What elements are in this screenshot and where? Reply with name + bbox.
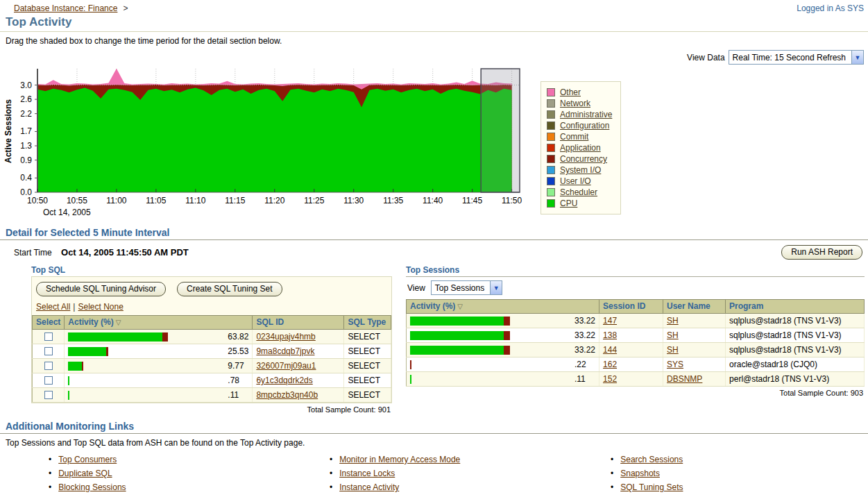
- activity-bar-wait-segment: [504, 317, 510, 326]
- active-sessions-chart[interactable]: 0.00.40.91.31.72.22.63.010:5010:5511:001…: [1, 66, 539, 220]
- sql-id-link[interactable]: 9ma8cdqb7jpvk: [256, 346, 314, 356]
- top-sql-row: 63.820234upajv4hmbSELECT: [33, 330, 391, 344]
- legend-item: Commit: [547, 132, 612, 142]
- sessions-view-row: View Top Sessions ▼: [407, 280, 865, 295]
- top-sessions-divider: [406, 276, 865, 277]
- legend-item: Configuration: [547, 121, 612, 130]
- column-header-activity[interactable]: Activity (%)▽: [407, 300, 599, 314]
- session-id-link[interactable]: 144: [603, 345, 617, 355]
- activity-bar-cpu-segment: [68, 391, 69, 400]
- legend-link[interactable]: Configuration: [560, 121, 609, 130]
- legend-item: Administrative: [547, 110, 612, 119]
- row-select-checkbox[interactable]: [44, 362, 53, 370]
- user-name-link[interactable]: SH: [667, 345, 679, 355]
- monitoring-link[interactable]: Instance Activity: [339, 482, 399, 492]
- detail-section-title: Detail for Selected 5 Minute Interval: [6, 227, 868, 238]
- top-sql-buttons-row: Schedule SQL Tuning Advisor Create SQL T…: [32, 277, 391, 301]
- legend-link[interactable]: Other: [560, 87, 581, 97]
- sessions-view-select[interactable]: Top Sessions ▼: [431, 280, 502, 295]
- select-none-link[interactable]: Select None: [78, 302, 123, 312]
- legend-item: Application: [547, 143, 612, 153]
- legend-color-swatch-icon: [547, 133, 555, 141]
- session-id-link[interactable]: 162: [603, 360, 617, 369]
- monitoring-link[interactable]: Snapshots: [620, 469, 660, 478]
- legend-link[interactable]: Application: [560, 143, 601, 153]
- monitoring-link-item: •Instance Activity: [330, 482, 611, 492]
- sql-id-link[interactable]: 326007mj09au1: [256, 361, 316, 371]
- monitoring-link-item: •Instance Locks: [330, 469, 611, 478]
- chevron-down-icon[interactable]: ▼: [851, 51, 863, 64]
- chevron-down-icon[interactable]: ▼: [490, 281, 502, 294]
- view-data-select[interactable]: Real Time: 15 Second Refresh ▼: [729, 50, 864, 65]
- legend-link[interactable]: Scheduler: [560, 187, 597, 197]
- legend-color-swatch-icon: [547, 166, 555, 174]
- column-header-activity[interactable]: Activity (%)▽: [65, 316, 253, 330]
- start-time-row: Start Time Oct 14, 2005 11:45:50 AM PDT …: [14, 245, 862, 260]
- user-name-link[interactable]: DBSNMP: [667, 374, 702, 384]
- session-id-link[interactable]: 147: [603, 316, 617, 326]
- legend-link[interactable]: System I/O: [560, 165, 601, 175]
- select-all-link[interactable]: Select All: [36, 302, 70, 312]
- top-sql-title: Top SQL: [31, 265, 392, 275]
- row-select-checkbox[interactable]: [44, 332, 53, 341]
- legend-color-swatch-icon: [547, 110, 555, 119]
- schedule-sql-tuning-advisor-button[interactable]: Schedule SQL Tuning Advisor: [36, 282, 166, 296]
- sql-type-value: SELECT: [344, 359, 391, 373]
- row-select-checkbox[interactable]: [44, 376, 53, 385]
- monitoring-links-divider: [0, 433, 868, 434]
- x-tick-label: 11:05: [146, 196, 166, 205]
- monitoring-link[interactable]: Search Sessions: [620, 455, 683, 464]
- sql-id-link[interactable]: 8mpcbzb3qn40b: [256, 390, 318, 400]
- user-name-link[interactable]: SYS: [667, 360, 683, 369]
- row-select-checkbox[interactable]: [44, 347, 53, 355]
- legend-color-swatch-icon: [547, 188, 555, 196]
- sql-type-value: SELECT: [344, 373, 391, 388]
- user-name-link[interactable]: SH: [667, 330, 679, 340]
- column-header-sql-id: SQL ID: [253, 316, 344, 330]
- drag-instruction-text: Drag the shaded box to change the time p…: [6, 36, 868, 46]
- activity-value: .22: [575, 360, 586, 369]
- monitoring-link[interactable]: Duplicate SQL: [58, 469, 112, 478]
- sql-type-value: SELECT: [344, 388, 391, 403]
- activity-bar-track: [410, 346, 571, 355]
- activity-bar-cpu-segment: [410, 346, 504, 355]
- time-selection-drag-box[interactable]: [481, 69, 520, 192]
- sql-id-link[interactable]: 0234upajv4hmb: [256, 332, 315, 342]
- legend-item: Concurrency: [547, 154, 612, 164]
- legend-link[interactable]: Administrative: [560, 110, 612, 119]
- create-sql-tuning-set-button[interactable]: Create SQL Tuning Set: [177, 282, 282, 296]
- view-data-selected-value: Real Time: 15 Second Refresh: [729, 53, 851, 62]
- monitoring-link-item: •Blocking Sessions: [49, 482, 330, 492]
- y-tick-label: 0.9: [20, 155, 32, 165]
- activity-bar-track: [68, 362, 224, 371]
- session-id-link[interactable]: 152: [603, 374, 617, 384]
- monitoring-link[interactable]: SQL Tuning Sets: [620, 482, 683, 492]
- legend-link[interactable]: Commit: [560, 132, 588, 142]
- activity-bar: .11: [410, 374, 595, 384]
- user-name-link[interactable]: SH: [667, 316, 679, 326]
- monitoring-link[interactable]: Monitor in Memory Access Mode: [339, 455, 460, 464]
- monitoring-link[interactable]: Top Consumers: [58, 455, 117, 464]
- legend-link[interactable]: CPU: [560, 199, 577, 208]
- legend-link[interactable]: Network: [560, 99, 590, 108]
- bullet-icon: •: [49, 482, 51, 492]
- sql-id-link[interactable]: 6y1c3dqdrk2ds: [256, 376, 312, 385]
- legend-link[interactable]: Concurrency: [560, 154, 607, 164]
- legend-link[interactable]: User I/O: [560, 176, 591, 186]
- run-ash-report-button[interactable]: Run ASH Report: [781, 245, 862, 260]
- breadcrumb-link-database-instance[interactable]: Database Instance: Finance: [14, 3, 117, 13]
- y-tick-label: 1.7: [20, 126, 32, 136]
- chart-legend: OtherNetworkAdministrativeConfigurationC…: [541, 81, 621, 214]
- monitoring-link[interactable]: Instance Locks: [339, 469, 395, 478]
- legend-item: System I/O: [547, 165, 612, 175]
- legend-item: Network: [547, 99, 612, 108]
- row-select-checkbox[interactable]: [44, 391, 53, 399]
- column-header-session-id: Session ID: [599, 300, 663, 314]
- activity-bar: 33.22: [410, 330, 595, 340]
- monitoring-link[interactable]: Blocking Sessions: [58, 482, 126, 492]
- monitoring-link-item: •Monitor in Memory Access Mode: [330, 455, 611, 464]
- breadcrumb-separator: >: [123, 3, 128, 13]
- x-tick-label: 11:00: [106, 196, 126, 205]
- x-tick-label: 10:55: [67, 196, 87, 205]
- session-id-link[interactable]: 138: [603, 330, 617, 340]
